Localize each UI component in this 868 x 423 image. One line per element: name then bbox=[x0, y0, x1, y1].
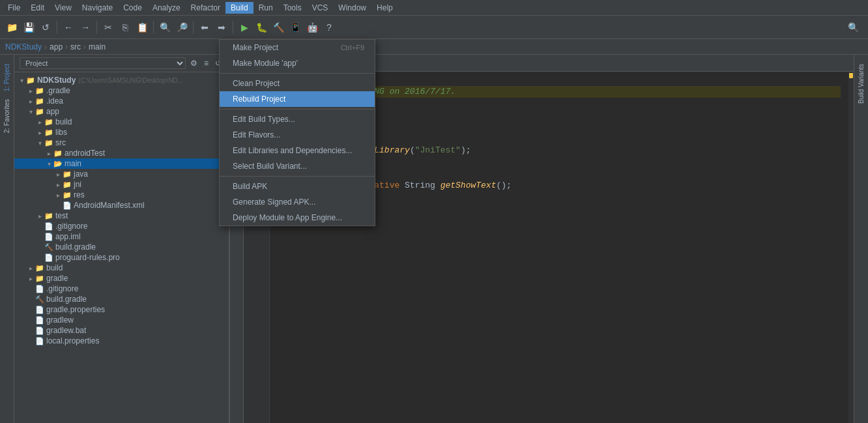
tree-item-gradle-properties[interactable]: ▸ 📄 gradle.properties bbox=[14, 304, 229, 315]
toolbar-sep-5 bbox=[233, 21, 233, 34]
menu-window[interactable]: Window bbox=[333, 2, 371, 14]
tree-root[interactable]: ▾ 📁 NDKStudy (C:\Users\SAMSUNG\Desktop\N… bbox=[14, 75, 229, 85]
menu-edit[interactable]: Edit bbox=[25, 2, 50, 14]
menu-sep-3 bbox=[220, 176, 375, 177]
breadcrumb-sep-1: › bbox=[44, 42, 47, 51]
toolbar-replace-btn[interactable]: 🔎 bbox=[174, 20, 190, 35]
tree-item-manifest[interactable]: ▸ 📄 AndroidManifest.xml bbox=[14, 200, 229, 211]
toolbar-save-btn[interactable]: 💾 bbox=[21, 20, 36, 35]
toolbar-redo-btn[interactable]: → bbox=[78, 20, 93, 35]
main-layout: 1: Project 2: Favorites Project ⚙ ≡ ↺ ▾ … bbox=[0, 55, 868, 423]
tree-item-res[interactable]: ▸ 📁 res bbox=[14, 190, 229, 200]
menu-navigate[interactable]: Navigate bbox=[77, 2, 118, 14]
toolbar-sep-1 bbox=[57, 21, 57, 34]
tree-item-build-gradle-app[interactable]: ▸ 🔨 build.gradle bbox=[14, 242, 229, 252]
tree-item-app-iml[interactable]: ▸ 📄 app.iml bbox=[14, 231, 229, 242]
toolbar-cut-btn[interactable]: ✂ bbox=[100, 20, 116, 35]
tree-item-androidtest[interactable]: ▸ 📁 androidTest bbox=[14, 148, 229, 158]
menu-help[interactable]: Help bbox=[371, 2, 398, 14]
project-gear-icon[interactable]: ≡ bbox=[202, 58, 210, 68]
right-panel-tabs: Build Variants bbox=[854, 55, 868, 423]
tree-item-test[interactable]: ▸ 📁 test bbox=[14, 211, 229, 221]
menu-make-project[interactable]: Make Project Ctrl+F9 bbox=[220, 40, 375, 55]
tree-item-local-properties[interactable]: ▸ 📄 local.properties bbox=[14, 336, 229, 346]
toolbar-sep-4 bbox=[193, 21, 194, 34]
menu-code[interactable]: Code bbox=[118, 2, 147, 14]
toolbar-undo-btn[interactable]: ← bbox=[61, 20, 76, 35]
toolbar: 📁 💾 ↺ ← → ✂ ⎘ 📋 🔍 🔎 ⬅ ➡ ▶ 🐛 🔨 📱 🤖 ? 🔍 bbox=[0, 16, 868, 39]
breadcrumb-sep-2: › bbox=[65, 42, 68, 51]
menu-edit-libraries[interactable]: Edit Libraries and Dependencies... bbox=[220, 143, 375, 158]
project-view-select[interactable]: Project bbox=[20, 57, 186, 69]
project-settings-icon[interactable]: ⚙ bbox=[188, 58, 199, 68]
breadcrumb-project[interactable]: NDKStudy bbox=[5, 42, 42, 51]
tree-item-gitignore-app[interactable]: ▸ 📄 .gitignore bbox=[14, 221, 229, 231]
side-tab-build-variants[interactable]: Build Variants bbox=[856, 60, 867, 108]
toolbar-forward-btn[interactable]: ➡ bbox=[214, 20, 229, 35]
right-gutter bbox=[848, 72, 854, 423]
tree-item-gradlew-bat[interactable]: ▸ 📄 gradlew.bat bbox=[14, 325, 229, 336]
tree-item-proguard[interactable]: ▸ 📄 proguard-rules.pro bbox=[14, 252, 229, 263]
project-tree: ▾ 📁 NDKStudy (C:\Users\SAMSUNG\Desktop\N… bbox=[14, 72, 229, 423]
menu-sep-2 bbox=[220, 109, 375, 109]
breadcrumb-sep-3: › bbox=[83, 42, 86, 51]
tree-item-root-build[interactable]: ▸ 📁 build bbox=[14, 263, 229, 273]
toolbar-sep-3 bbox=[153, 21, 154, 34]
tree-item-src[interactable]: ▾ 📁 src bbox=[14, 138, 229, 148]
toolbar-copy-btn[interactable]: ⎘ bbox=[117, 20, 133, 35]
menu-rebuild-project[interactable]: Rebuild Project bbox=[220, 91, 375, 107]
menu-analyze[interactable]: Analyze bbox=[147, 2, 186, 14]
menu-tools[interactable]: Tools bbox=[278, 2, 307, 14]
menu-clean-project[interactable]: Clean Project bbox=[220, 76, 375, 91]
menu-edit-build-types[interactable]: Edit Build Types... bbox=[220, 111, 375, 127]
tree-item-app[interactable]: ▾ 📁 app bbox=[14, 106, 229, 117]
build-menu: Make Project Ctrl+F9 Make Module 'app' C… bbox=[219, 39, 375, 226]
menu-deploy-module[interactable]: Deploy Module to App Engine... bbox=[220, 210, 375, 226]
tree-item-app-build[interactable]: ▸ 📁 build bbox=[14, 117, 229, 127]
breadcrumb-src[interactable]: src bbox=[70, 42, 81, 51]
toolbar-debug-btn[interactable]: 🐛 bbox=[253, 20, 269, 35]
tree-item-gitignore-root[interactable]: ▸ 📄 .gitignore bbox=[14, 284, 229, 294]
menu-build-apk[interactable]: Build APK bbox=[220, 179, 375, 194]
breadcrumb: NDKStudy › app › src › main bbox=[0, 39, 868, 55]
tree-item-idea[interactable]: ▸ 📁 .idea bbox=[14, 96, 229, 106]
tree-item-java[interactable]: ▸ 📁 java bbox=[14, 169, 229, 179]
toolbar-open-btn[interactable]: 📁 bbox=[4, 20, 20, 35]
menu-select-variant[interactable]: Select Build Variant... bbox=[220, 158, 375, 174]
toolbar-run-btn[interactable]: ▶ bbox=[237, 20, 252, 35]
tree-item-root-gradle[interactable]: ▸ 📁 gradle bbox=[14, 273, 229, 284]
tree-item-build-gradle-root[interactable]: ▸ 🔨 build.gradle bbox=[14, 294, 229, 304]
tree-item-gradlew[interactable]: ▸ 📄 gradlew bbox=[14, 315, 229, 325]
left-panel-tabs: 1: Project 2: Favorites bbox=[0, 55, 14, 423]
side-tab-favorites[interactable]: 2: Favorites bbox=[1, 95, 12, 137]
toolbar-build-btn[interactable]: 🔨 bbox=[270, 20, 286, 35]
menu-refactor[interactable]: Refactor bbox=[186, 2, 225, 14]
toolbar-find-btn[interactable]: 🔍 bbox=[157, 20, 173, 35]
toolbar-back-btn[interactable]: ⬅ bbox=[197, 20, 212, 35]
toolbar-sdk-btn[interactable]: 🤖 bbox=[304, 20, 320, 35]
toolbar-sync-btn[interactable]: ↺ bbox=[38, 20, 53, 35]
project-panel: Project ⚙ ≡ ↺ ▾ 📁 NDKStudy (C:\Users\SAM… bbox=[14, 55, 229, 423]
menu-make-module[interactable]: Make Module 'app' bbox=[220, 55, 375, 71]
menu-build[interactable]: Build bbox=[225, 2, 253, 14]
toolbar-help-btn[interactable]: ? bbox=[321, 20, 337, 35]
menu-sep-1 bbox=[220, 73, 375, 74]
side-tab-project[interactable]: 1: Project bbox=[1, 60, 12, 95]
tree-item-libs[interactable]: ▸ 📁 libs bbox=[14, 127, 229, 138]
menu-edit-flavors[interactable]: Edit Flavors... bbox=[220, 127, 375, 143]
menu-generate-signed[interactable]: Generate Signed APK... bbox=[220, 194, 375, 210]
tree-item-gradle-hidden[interactable]: ▸ 📁 .gradle bbox=[14, 85, 229, 96]
menubar: File Edit View Navigate Code Analyze Ref… bbox=[0, 0, 868, 16]
breadcrumb-module[interactable]: app bbox=[50, 42, 63, 51]
menu-file[interactable]: File bbox=[3, 2, 25, 14]
toolbar-paste-btn[interactable]: 📋 bbox=[134, 20, 150, 35]
tree-item-jni[interactable]: ▸ 📁 jni bbox=[14, 179, 229, 190]
menu-view[interactable]: View bbox=[50, 2, 77, 14]
menu-run[interactable]: Run bbox=[253, 2, 278, 14]
gutter-mark-1 bbox=[849, 73, 853, 78]
menu-vcs[interactable]: VCS bbox=[307, 2, 334, 14]
breadcrumb-main[interactable]: main bbox=[89, 42, 106, 51]
toolbar-search-icon[interactable]: 🔍 bbox=[848, 22, 864, 33]
toolbar-avd-btn[interactable]: 📱 bbox=[287, 20, 303, 35]
tree-item-main[interactable]: ▾ 📂 main bbox=[14, 158, 229, 169]
